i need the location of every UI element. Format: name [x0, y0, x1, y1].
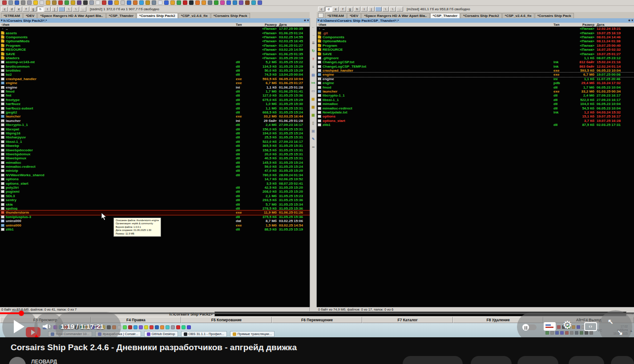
table-row[interactable]: skiadll5,7 Мб31.05.25 15:34	[0, 202, 310, 206]
hand-blue-icon[interactable]	[164, 0, 169, 5]
table-row[interactable]: fmoddll1,7 Мб01.06.25 01:41	[0, 89, 310, 93]
table-row[interactable]: fmoddll1,7 Мб06.05.23 10:04	[317, 85, 634, 89]
table-row[interactable]: crashpad_handlerexe593,5 Кб06.05.23 10:0…	[317, 69, 634, 73]
drive-button-g[interactable]: g	[30, 7, 36, 12]
tab-1[interactable]: *STREAM	[325, 13, 347, 18]
lnk-icon[interactable]: lnk	[311, 81, 316, 85]
drive-button-j[interactable]: j	[368, 7, 375, 12]
drive-button-c[interactable]: c	[318, 7, 325, 12]
printer-icon[interactable]	[89, 0, 94, 5]
panel-split-icon[interactable]	[318, 13, 323, 18]
table-row[interactable]: .gitignore1,1 Кб08.07.25 23:12	[317, 56, 634, 60]
tab-7[interactable]: *Corsairs Ship Pack	[211, 13, 250, 18]
grid-yellow-icon[interactable]	[71, 0, 75, 5]
eco-green-icon[interactable]	[214, 0, 218, 5]
help-icon[interactable]: ?	[311, 57, 316, 61]
table-row[interactable]: launcherini29 байт01.06.25 01:28	[0, 119, 310, 123]
table-row[interactable]: mimalloc-redirectdll54,5 Кб06.05.23 10:0…	[317, 106, 634, 110]
globe-icon[interactable]	[15, 0, 19, 5]
table-row[interactable]: libwebpdemuxdll20,0 Кб31.05.25 15:31	[0, 152, 310, 156]
eye-cyan-icon[interactable]	[251, 0, 256, 5]
volume-icon[interactable]	[43, 323, 50, 330]
action-button[interactable]	[611, 356, 634, 364]
gears-gray-icon[interactable]	[208, 0, 212, 5]
settings-gear-icon[interactable]: ⚙	[562, 319, 572, 332]
table-row[interactable]: SAVE<Папка>01.06.25 01:35	[0, 52, 310, 56]
drive-button-c[interactable]: c	[1, 7, 8, 12]
table-row[interactable]: pugixmldll208,0 Кб31.05.25 15:20	[0, 190, 310, 194]
video-progress-bar[interactable]	[0, 312, 634, 314]
pack-green-icon[interactable]: ▦	[311, 113, 316, 117]
taskbar-app-icon[interactable]	[171, 325, 175, 329]
taskbar-app-icon[interactable]	[187, 325, 191, 329]
taskbar-app-icon[interactable]	[133, 325, 137, 329]
cut-icon[interactable]	[8, 0, 13, 5]
table-row[interactable]: brotlidecdll50,0 Кб31.05.25 15:29	[0, 69, 310, 73]
taskbar-app-icon[interactable]	[123, 325, 127, 329]
doc-blue-icon[interactable]	[226, 0, 231, 5]
table-row[interactable]: sentrydll293,5 Кб31.05.25 15:36	[0, 198, 310, 202]
table-row[interactable]: minizipdll47,0 Кб31.05.25 15:20	[0, 169, 310, 173]
chip-blue-icon[interactable]	[258, 0, 262, 5]
progress-scrubber[interactable]	[19, 311, 24, 316]
table-row[interactable]: RESOURCE<Папка>03.02.25 14:59	[0, 48, 310, 52]
action-button[interactable]	[517, 356, 558, 364]
drive-button-f[interactable]: f	[23, 7, 29, 12]
tab-2[interactable]: *DEV	[347, 13, 361, 18]
bag-yellow-icon[interactable]	[145, 0, 150, 5]
pack-yellow-icon[interactable]: ▦	[311, 97, 316, 101]
edit-search-icon[interactable]: ✎	[311, 137, 316, 142]
table-row[interactable]: harfbuzz-subsetdll1,1 Мб31.05.25 15:31	[0, 106, 310, 110]
table-row[interactable]: mimallocdll145,5 Кб31.05.25 15:24	[0, 161, 310, 165]
table-row[interactable]: spdlogdll278,5 Кб31.05.25 15:36	[0, 206, 310, 210]
channel-avatar[interactable]	[9, 357, 26, 364]
table-row[interactable]: NVWaveWorks_shareddll780,0 Кб28.09.24 01…	[0, 173, 310, 177]
tab-4[interactable]: *CSP_Thander	[430, 13, 460, 18]
table-row[interactable]: options_start3,7 Кб19.07.25 16:28	[317, 119, 634, 123]
fkey-f7[interactable]: F7 Каталог	[362, 317, 453, 323]
table-row[interactable]: libsharpyuvdll25,5 Кб31.05.25 15:31	[0, 135, 310, 139]
taskbar-app-icon[interactable]	[176, 325, 180, 329]
drive-button-special[interactable]: \	[73, 7, 79, 12]
tab-4[interactable]: *CSP_Thander	[106, 13, 137, 18]
link-blue-icon[interactable]	[139, 0, 144, 5]
warning-icon[interactable]	[114, 0, 119, 5]
video-player[interactable]: cdefghij\\..[ssdm2] 1 372,0 Гб из 1 907,…	[0, 0, 634, 337]
table-row[interactable]: assets<Папка>01.06.25 01:24	[0, 31, 310, 35]
miniplayer-icon[interactable]: ‹›	[584, 322, 597, 331]
table-row[interactable]: libwebpdecoderdll158,5 Кб31.05.25 15:31	[0, 148, 310, 152]
globe-green-icon[interactable]	[177, 0, 181, 5]
binoculars-icon[interactable]: ∞	[311, 145, 316, 150]
slash-icon[interactable]	[121, 0, 125, 5]
archive-icon[interactable]	[58, 0, 63, 5]
table-row[interactable]: Program<Папка>19.07.25 00:40	[317, 44, 634, 48]
table-row[interactable]: libssl-1_1dll522,0 Кб27.09.23 16:17	[0, 140, 310, 144]
doc-search-icon[interactable]	[96, 0, 100, 5]
action-button[interactable]	[403, 356, 463, 364]
drive-button-f[interactable]: f	[339, 7, 346, 12]
table-row[interactable]: SAVE<Папка>19.07.25 01:27	[317, 52, 634, 56]
film-dark-icon[interactable]	[83, 0, 88, 5]
taskbar-window-button[interactable]: Прямые трансляции...	[230, 331, 275, 337]
drive-button-e[interactable]: e	[16, 7, 22, 12]
table-row[interactable]: ChangeLogCSP.txtlnk812 байт15.02.24 21:1…	[317, 60, 634, 64]
table-row[interactable]: ↑..<Папка>17.07.25 00:35	[0, 27, 310, 31]
channel-name[interactable]: ЛЕОВАРД	[31, 359, 57, 364]
eye-blue-icon[interactable]	[233, 0, 237, 5]
flower-pink-icon[interactable]	[220, 0, 225, 5]
mark-blue-icon[interactable]	[108, 0, 113, 5]
action-button[interactable]	[569, 356, 604, 364]
tab-6[interactable]: *CSP_v2.4.6_fix	[178, 13, 210, 18]
right-file-list[interactable]: ↑..<Папка>12.02.24 15:21.git<Папка>19.07…	[317, 27, 634, 307]
fkey-f6[interactable]: F6 Перемещение	[272, 317, 363, 323]
drive-button-i[interactable]: i	[44, 7, 51, 12]
table-row[interactable]: libcrypto-1_1dll2,4 Мб27.09.23 16:17	[317, 93, 634, 97]
taskbar-app-icon[interactable]	[139, 325, 143, 329]
table-row[interactable]: poly2tridll42,5 Кб31.05.25 15:20	[0, 186, 310, 190]
table-row[interactable]: options15,1 Кб19.07.25 16:17	[317, 114, 634, 118]
left-file-list[interactable]: ↑..<Папка>17.07.25 00:35assets<Папка>01.…	[0, 27, 310, 307]
tab-2[interactable]: *DEV	[23, 13, 37, 18]
taskbar-app-icon[interactable]	[182, 325, 186, 329]
clipboard-icon[interactable]: ▯	[311, 121, 316, 125]
right-path-bar[interactable]: ▾ d:\Games\Corsairs Ship Pack\CSP_Thande…	[317, 18, 634, 23]
